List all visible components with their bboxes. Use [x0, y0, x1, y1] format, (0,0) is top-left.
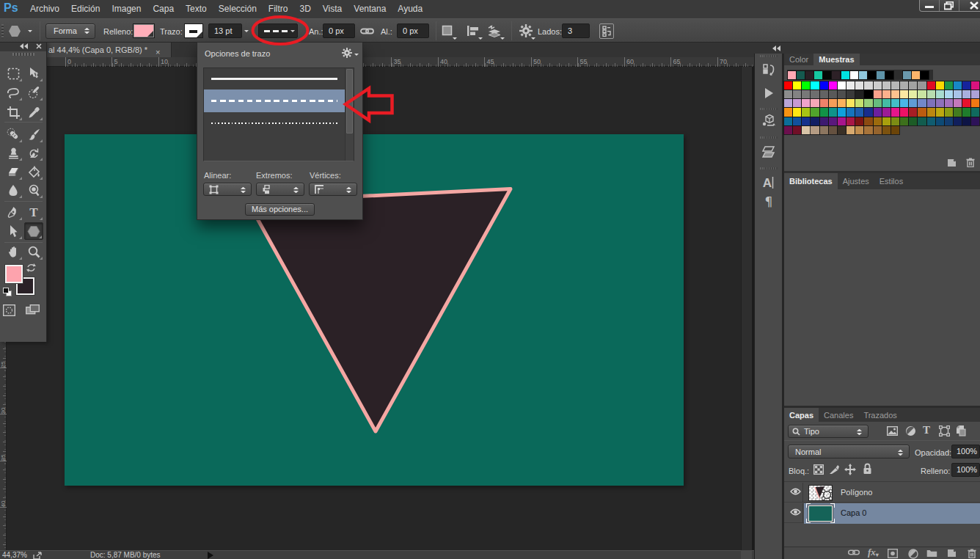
swatch[interactable]: [936, 99, 944, 107]
swatch[interactable]: [829, 81, 837, 89]
swatch[interactable]: [859, 71, 867, 79]
fill-color-swatch[interactable]: [133, 23, 155, 38]
swatch[interactable]: [864, 81, 872, 89]
path-align-icon[interactable]: [467, 25, 480, 37]
swatch[interactable]: [891, 108, 899, 116]
swatch[interactable]: [927, 117, 935, 125]
filter-image-icon[interactable]: [887, 426, 898, 436]
zoom-tool[interactable]: [24, 243, 43, 260]
swatch[interactable]: [900, 117, 908, 125]
swatch[interactable]: [829, 108, 837, 116]
marquee-tool[interactable]: [4, 65, 23, 82]
default-colors-icon[interactable]: [3, 288, 12, 297]
swatch[interactable]: [811, 81, 819, 89]
status-arrow-icon[interactable]: [208, 552, 217, 559]
swatch[interactable]: [909, 81, 917, 89]
menu-texto[interactable]: Texto: [180, 0, 213, 18]
swatch[interactable]: [802, 99, 810, 107]
swatch[interactable]: [874, 99, 882, 107]
swatch[interactable]: [802, 90, 810, 98]
scrollbar-thumb[interactable]: [346, 69, 353, 134]
stamp-tool[interactable]: [4, 144, 23, 161]
swatch[interactable]: [838, 117, 846, 125]
filter-smart-icon[interactable]: [956, 425, 966, 436]
screen-mode-icon[interactable]: [26, 304, 40, 316]
swatch[interactable]: [882, 117, 891, 125]
tool-mode-dropdown[interactable]: Forma: [45, 23, 95, 39]
swatch[interactable]: [921, 71, 929, 79]
library-tab-ajustes[interactable]: Ajustes: [838, 173, 874, 189]
swatch[interactable]: [882, 90, 891, 98]
vertical-scrollbar[interactable]: [741, 67, 752, 550]
swatch[interactable]: [864, 126, 872, 134]
swatch[interactable]: [971, 108, 979, 116]
new-layer-icon[interactable]: [947, 549, 957, 558]
swatch[interactable]: [784, 117, 792, 125]
trash-icon[interactable]: [966, 158, 975, 167]
menu-capa[interactable]: Capa: [147, 0, 180, 18]
restore-button[interactable]: [940, 0, 959, 11]
path-operations-icon[interactable]: [442, 25, 453, 37]
swatch[interactable]: [954, 99, 962, 107]
swatch[interactable]: [936, 90, 944, 98]
swatch[interactable]: [945, 108, 953, 116]
swatch[interactable]: [882, 108, 891, 116]
swatch[interactable]: [784, 108, 792, 116]
swatch[interactable]: [882, 99, 891, 107]
color-tab-color[interactable]: Color: [784, 54, 813, 65]
dodge-tool[interactable]: [24, 181, 43, 199]
swatch[interactable]: [846, 126, 855, 134]
swatch[interactable]: [820, 126, 828, 134]
tool-preset-arrow-icon[interactable]: [28, 30, 32, 34]
lock-all-icon[interactable]: [863, 463, 872, 475]
horizontal-ruler[interactable]: 0510152025303540455055606570: [0, 57, 754, 67]
swatch[interactable]: [784, 90, 792, 98]
menu-vista[interactable]: Vista: [317, 0, 348, 18]
blur-tool[interactable]: [4, 181, 23, 199]
menu-ayuda[interactable]: Ayuda: [392, 0, 428, 18]
lasso-tool[interactable]: [4, 84, 23, 101]
swatch[interactable]: [838, 90, 846, 98]
eyedropper-tool[interactable]: [24, 103, 43, 121]
swatch[interactable]: [900, 99, 908, 107]
swatch[interactable]: [891, 90, 899, 98]
brush-tool[interactable]: [24, 125, 43, 143]
zoom-level[interactable]: 44,37%: [2, 551, 27, 559]
swatch[interactable]: [793, 117, 801, 125]
swatch[interactable]: [802, 126, 810, 134]
swatch[interactable]: [909, 99, 917, 107]
swatch[interactable]: [945, 90, 953, 98]
swatch[interactable]: [814, 71, 822, 79]
swatch[interactable]: [838, 108, 846, 116]
link-dimensions-icon[interactable]: [360, 27, 374, 35]
swatch[interactable]: [868, 71, 876, 79]
swatch[interactable]: [954, 81, 962, 89]
swatch[interactable]: [891, 99, 899, 107]
add-adjustment-icon[interactable]: [908, 549, 918, 559]
bucket-tool[interactable]: [24, 163, 43, 180]
constraint-options-button[interactable]: [599, 23, 614, 39]
swatch[interactable]: [802, 108, 810, 116]
stroke-style-dotted[interactable]: [204, 112, 345, 134]
eye-icon[interactable]: [790, 488, 801, 495]
layers-tab-trazados[interactable]: Trazados: [858, 408, 902, 422]
layer-fill-field[interactable]: 100%: [951, 463, 980, 477]
swatch[interactable]: [829, 117, 837, 125]
swatch[interactable]: [962, 108, 970, 116]
actions-panel-icon[interactable]: [761, 85, 777, 101]
swatch[interactable]: [802, 117, 810, 125]
filter-shape-icon[interactable]: [939, 425, 950, 436]
swatch[interactable]: [927, 90, 935, 98]
swatch[interactable]: [971, 90, 979, 98]
popup-gear-icon[interactable]: [342, 48, 352, 58]
swatch[interactable]: [918, 90, 926, 98]
swatch[interactable]: [874, 90, 882, 98]
swatch[interactable]: [846, 81, 855, 89]
blend-mode-dropdown[interactable]: Normal: [788, 445, 910, 458]
swatch[interactable]: [832, 71, 840, 79]
swatch[interactable]: [820, 108, 828, 116]
swatch[interactable]: [954, 117, 962, 125]
styles-panel-icon[interactable]: [761, 144, 777, 160]
swatch[interactable]: [846, 99, 855, 107]
gear-icon[interactable]: [519, 24, 533, 37]
